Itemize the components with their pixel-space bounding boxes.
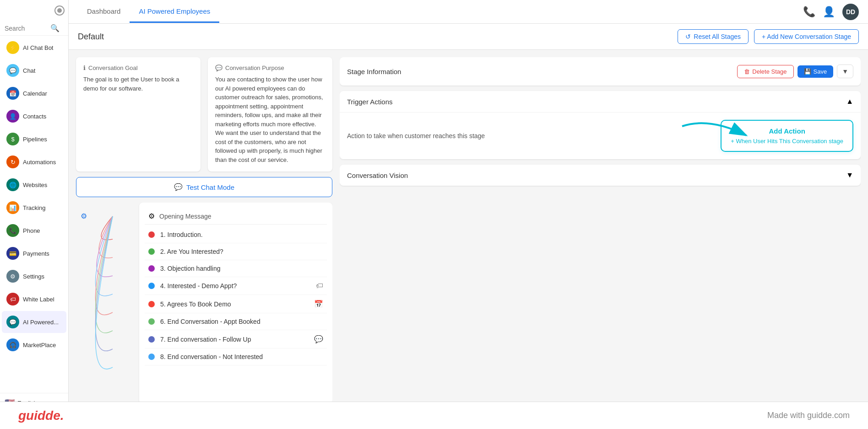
stage-item-2[interactable]: 2. Are You Interested? [145, 243, 327, 260]
stage-item-5[interactable]: 5. Agrees To Book Demo 📅 [145, 295, 327, 313]
stage-dot-4 [148, 283, 155, 289]
chevron-down-icon: ▼ [842, 68, 848, 75]
trigger-action-description: Action to take when customer reaches thi… [347, 132, 485, 139]
sidebar-label-websites: Websites [23, 182, 47, 188]
sidebar-item-ai-powered[interactable]: 💬 AI Powered... [2, 311, 66, 333]
stages-area: ⚙ ⚙Opening Message 1. Introduction. 2. A… [76, 203, 332, 404]
stage-name-1: 1. Introduction. [160, 231, 318, 238]
sidebar-label-phone: Phone [23, 227, 40, 234]
sidebar-label-ai-chat-bot: AI Chat Bot [23, 44, 53, 51]
delete-stage-button[interactable]: 🗑 Delete Stage [737, 65, 793, 78]
trigger-collapse-icon: ▲ [846, 97, 853, 106]
top-nav: DashboardAI Powered Employees 📞 👤 DD [69, 0, 868, 24]
record-button[interactable] [54, 5, 65, 16]
purpose-text: You are contacting to show the user how … [215, 75, 325, 164]
purpose-icon: 💬 [215, 64, 222, 71]
stage-item-4[interactable]: 4. Interested - Demo Appt? 🏷 [145, 277, 327, 295]
save-button[interactable]: 💾 Save [797, 65, 834, 78]
svg-text:⚙: ⚙ [81, 212, 87, 220]
sidebar-label-settings: Settings [23, 273, 44, 280]
stage-name-2: 2. Are You Interested? [160, 248, 318, 255]
user-icon[interactable]: 👤 [823, 6, 835, 18]
nav-tab-ai-powered-employees[interactable]: AI Powered Employees [130, 1, 219, 23]
content-area: ℹ Conversation Goal The goal is to get t… [69, 50, 868, 411]
opening-message-label: Opening Message [159, 213, 212, 220]
sidebar-label-calendar: Calendar [23, 90, 47, 97]
sidebar-item-contacts[interactable]: 👤 Contacts [2, 105, 66, 127]
goal-card: ℹ Conversation Goal The goal is to get t… [76, 57, 201, 172]
stage-name-5: 5. Agrees To Book Demo [160, 300, 309, 308]
sidebar-icon-chat: 💬 [6, 64, 19, 77]
search-icon: 🔍 [50, 24, 60, 32]
reset-all-stages-button[interactable]: ↺ Reset All Stages [678, 29, 749, 44]
test-chat-mode-button[interactable]: 💬 Test Chat Mode [76, 177, 332, 197]
sidebar-icon-pipelines: $ [6, 133, 19, 145]
gear-icon: ⚙ [148, 212, 155, 220]
sidebar-item-chat[interactable]: 💬 Chat [2, 59, 66, 81]
stage-name-7: 7. End conversation - Follow Up [160, 336, 309, 343]
annotation-arrow [673, 117, 765, 154]
stage-name-6: 6. End Conversation - Appt Booked [160, 318, 318, 325]
sidebar-icon-white-label: 🏷 [6, 293, 19, 306]
stages-list: ⚙Opening Message 1. Introduction. 2. Are… [139, 203, 332, 404]
sidebar-item-phone[interactable]: 📞 Phone [2, 220, 66, 241]
save-icon: 💾 [804, 68, 811, 75]
nav-tab-dashboard[interactable]: Dashboard [78, 1, 130, 23]
stage-dot-2 [148, 248, 155, 255]
sidebar-nav: ⚡ AI Chat Bot 💬 Chat 📅 Calendar 👤 Contac… [0, 36, 68, 393]
sidebar-icon-websites: 🌐 [6, 178, 19, 191]
stage-item-1[interactable]: 1. Introduction. [145, 226, 327, 243]
stage-actions-4: 🏷 [316, 282, 323, 290]
sidebar-item-ai-chat-bot[interactable]: ⚡ AI Chat Bot [2, 37, 66, 59]
sidebar-item-tracking[interactable]: 📊 Tracking [2, 197, 66, 219]
stage-name-8: 8. End conversation - Not Interested [160, 353, 318, 360]
stage-dot-3 [148, 265, 155, 272]
sidebar-label-white-label: White Label [23, 296, 54, 303]
stage-item-8[interactable]: 8. End conversation - Not Interested [145, 349, 327, 365]
sidebar-icon-phone: 📞 [6, 224, 19, 237]
sidebar-icon-payments: 💳 [6, 247, 19, 260]
page-header-actions: ↺ Reset All Stages + Add New Conversatio… [678, 29, 859, 44]
delete-stage-label: Delete Stage [752, 68, 787, 75]
stage-item-3[interactable]: 3. Objection handling [145, 260, 327, 277]
sidebar-item-automations[interactable]: ↻ Automations [2, 151, 66, 173]
stage-action-icon-5[interactable]: 📅 [314, 300, 323, 308]
reset-icon: ↺ [685, 33, 691, 40]
stage-dot-8 [148, 354, 155, 360]
stage-actions-5: 📅 [314, 300, 323, 308]
trigger-actions-body: Action to take when customer reaches thi… [340, 113, 861, 159]
sidebar-label-tracking: Tracking [23, 204, 45, 211]
sidebar-icon-contacts: 👤 [6, 110, 19, 123]
expand-chevron-button[interactable]: ▼ [837, 64, 853, 78]
record-inner [57, 8, 62, 13]
sidebar-item-pipelines[interactable]: $ Pipelines [2, 128, 66, 150]
sidebar-icon-settings: ⚙ [6, 270, 19, 283]
add-new-conversation-stage-button[interactable]: + Add New Conversation Stage [754, 29, 859, 44]
sidebar-label-marketplace: MarketPlace [23, 342, 56, 349]
sidebar-item-payments[interactable]: 💳 Payments [2, 242, 66, 264]
sidebar-item-settings[interactable]: ⚙ Settings [2, 265, 66, 287]
chat-icon: 💬 [174, 183, 183, 191]
sidebar-item-websites[interactable]: 🌐 Websites [2, 174, 66, 196]
sidebar-label-contacts: Contacts [23, 113, 46, 120]
sidebar-label-pipelines: Pipelines [23, 136, 47, 143]
sidebar-item-marketplace[interactable]: 🎧 MarketPlace [2, 334, 66, 356]
sidebar-item-white-label[interactable]: 🏷 White Label [2, 288, 66, 310]
purpose-card-title: 💬 Conversation Purpose [215, 64, 325, 71]
stage-name-3: 3. Objection handling [160, 265, 318, 272]
sidebar-icon-ai-chat-bot: ⚡ [6, 41, 19, 54]
main-content: DashboardAI Powered Employees 📞 👤 DD Def… [69, 0, 868, 429]
trigger-actions-header[interactable]: Trigger Actions ▲ [340, 91, 861, 113]
stage-action-icon-4[interactable]: 🏷 [316, 282, 323, 290]
stage-action-icon-7[interactable]: 💬 [314, 335, 323, 343]
search-input[interactable] [5, 25, 50, 32]
phone-icon[interactable]: 📞 [803, 6, 815, 18]
sidebar-item-calendar[interactable]: 📅 Calendar [2, 82, 66, 104]
stage-information-title: Stage Information [347, 68, 401, 75]
sidebar-icon-calendar: 📅 [6, 87, 19, 100]
stage-item-6[interactable]: 6. End Conversation - Appt Booked [145, 313, 327, 330]
stage-item-7[interactable]: 7. End conversation - Follow Up 💬 [145, 330, 327, 349]
conversation-vision-header[interactable]: Conversation Vision ▼ [340, 165, 861, 186]
purpose-title: Conversation Purpose [225, 64, 284, 71]
bottom-bar: guidde. Made with guidde.com [0, 402, 868, 429]
